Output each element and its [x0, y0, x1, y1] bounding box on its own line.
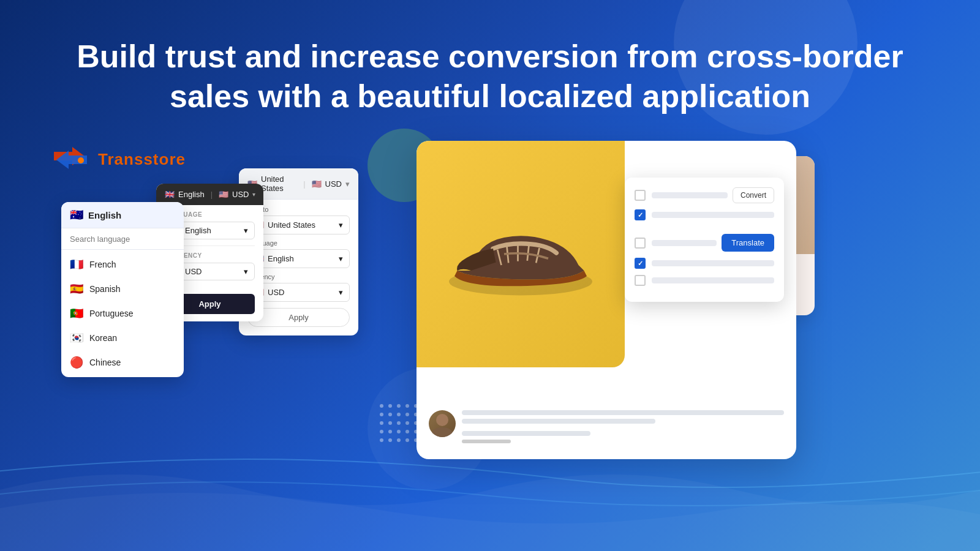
chinese-label: Chinese [89, 358, 121, 367]
logo-trans: Trans [98, 150, 143, 168]
spanish-label: Spanish [89, 284, 121, 294]
spanish-flag: 🇪🇸 [70, 282, 83, 296]
lang-header-flag: 🇦🇺 [70, 208, 83, 222]
product-mockup-area: Convert Translate [368, 141, 931, 496]
korean-flag: 🇰🇷 [70, 331, 83, 345]
lang-item-portuguese[interactable]: 🇵🇹 Portuguese [61, 301, 184, 326]
shipto-curr: USD [325, 179, 342, 189]
shoe-illustration [435, 199, 606, 309]
overlay-text-3 [652, 240, 717, 246]
hero-title-line1: Build trust and increase conversion from… [74, 37, 907, 77]
panel-product-image [417, 141, 625, 367]
overlay-text-5 [652, 277, 774, 283]
overlay-row-2 [635, 209, 774, 220]
shipto-curr-flag: 🇺🇸 [312, 179, 322, 189]
overlay-text-2 [652, 212, 774, 218]
cw-header-pipe: | [211, 190, 213, 199]
language-selector-widget: 🇦🇺 English 🇫🇷 French 🇪🇸 Spanish 🇵🇹 Portu… [61, 202, 184, 377]
review-line-2 [462, 419, 655, 424]
convert-button[interactable]: Convert [733, 187, 774, 203]
cw-lang-chevron-icon: ▾ [244, 226, 248, 235]
overlay-text-1 [652, 192, 728, 198]
shipto-ship-value: United States [268, 220, 315, 230]
checkbox-3[interactable] [635, 238, 646, 249]
logo-icon [49, 141, 92, 178]
review-line-4 [462, 440, 511, 443]
review-line-3 [462, 431, 590, 436]
shipto-lang-value: English [268, 254, 294, 263]
lang-item-chinese[interactable]: 🔴 Chinese [61, 350, 184, 375]
overlay-row-1: Convert [635, 187, 774, 203]
hero-title: Build trust and increase conversion from… [0, 0, 980, 116]
checkbox-4[interactable] [635, 258, 646, 269]
cw-curr-chevron-icon: ▾ [244, 267, 248, 276]
checkbox-5[interactable] [635, 275, 646, 286]
cw-lang-value: English [185, 226, 211, 235]
svg-point-9 [436, 414, 448, 426]
cw-header-curr: USD [232, 190, 249, 199]
hero-title-line2: sales with a beautiful localized applica… [74, 77, 907, 116]
shipto-curr2-value: USD [268, 288, 284, 297]
overlay-text-4 [652, 260, 774, 266]
cw-header-chevron-icon: ▾ [252, 191, 255, 198]
review-text-lines [462, 410, 784, 447]
lang-item-korean[interactable]: 🇰🇷 Korean [61, 326, 184, 350]
shipto-country: United States [261, 174, 297, 193]
overlay-action-card: Convert Translate [625, 178, 784, 302]
cw-header-curr-flag: 🇺🇸 [219, 190, 228, 199]
translate-button[interactable]: Translate [722, 234, 774, 252]
main-product-panel: Convert Translate [417, 141, 796, 459]
checkbox-1[interactable] [635, 190, 646, 201]
lang-item-french[interactable]: 🇫🇷 French [61, 252, 184, 277]
lang-search-input[interactable] [70, 234, 175, 244]
logo-store: store [143, 150, 186, 168]
lang-search-area [61, 228, 184, 250]
chinese-flag: 🔴 [70, 356, 83, 369]
portuguese-label: Portuguese [89, 309, 134, 318]
overlay-row-5 [635, 275, 774, 286]
french-label: French [89, 260, 116, 269]
shipto-curr2-chevron-icon: ▾ [339, 288, 343, 297]
lang-list: 🇫🇷 French 🇪🇸 Spanish 🇵🇹 Portuguese 🇰🇷 Ko… [61, 250, 184, 377]
panel-review-area [429, 410, 784, 447]
portuguese-flag: 🇵🇹 [70, 307, 83, 320]
shipto-ship-chevron-icon: ▾ [339, 220, 343, 230]
korean-label: Korean [89, 333, 117, 343]
french-flag: 🇫🇷 [70, 258, 83, 271]
lang-header-label: English [88, 210, 121, 220]
cw-header-lang: English [178, 190, 205, 199]
reviewer-avatar [429, 410, 456, 437]
review-line-1 [462, 410, 784, 415]
svg-point-2 [78, 157, 84, 163]
lang-widget-header[interactable]: 🇦🇺 English [61, 202, 184, 228]
logo-text: Transstore [98, 150, 186, 169]
cw-header-flag: 🇬🇧 [165, 190, 175, 199]
cw-curr-value: USD [185, 267, 202, 276]
overlay-row-3: Translate [635, 234, 774, 252]
checkbox-2[interactable] [635, 209, 646, 220]
shipto-pipe: | [303, 179, 305, 189]
shipto-chevron-icon: ▾ [345, 179, 350, 189]
lang-item-spanish[interactable]: 🇪🇸 Spanish [61, 277, 184, 301]
overlay-row-4 [635, 258, 774, 269]
shipto-lang-chevron-icon: ▾ [339, 254, 343, 263]
